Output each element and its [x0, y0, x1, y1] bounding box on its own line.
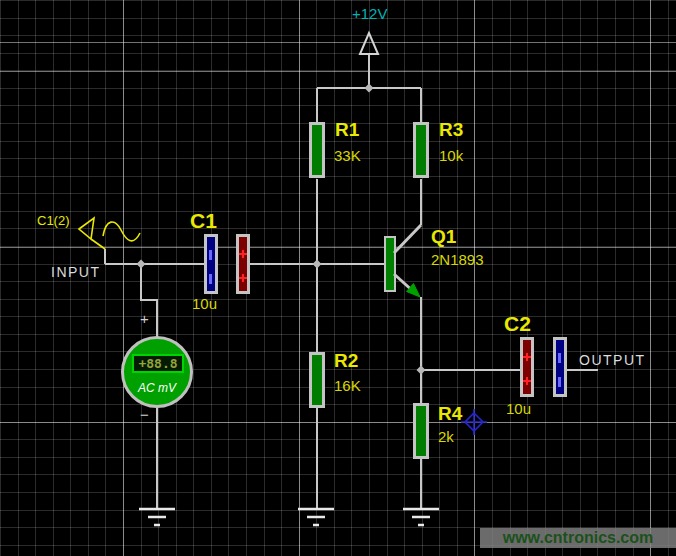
minus-plate-mark-icon: [558, 353, 561, 363]
resistor-r2-name[interactable]: R2: [334, 351, 358, 372]
resistor-r2-body[interactable]: [309, 352, 325, 408]
ac-voltmeter[interactable]: +88.8 AC mV: [121, 336, 193, 408]
resistor-r4-value[interactable]: 2k: [438, 429, 454, 446]
crosshair-icon: [461, 409, 487, 435]
schematic-canvas: +12V C1(2) INPUT OUTPUT R1 33K R3 10k R2…: [0, 0, 676, 556]
capacitor-c2-value[interactable]: 10u: [506, 401, 531, 418]
capacitor-c2-negative-plate[interactable]: [553, 337, 567, 397]
transistor-q1-symbol[interactable]: [385, 225, 421, 297]
resistor-r1-body[interactable]: [309, 122, 325, 178]
input-port-label[interactable]: INPUT: [51, 265, 101, 280]
power-arrow-icon[interactable]: [360, 33, 378, 54]
plus-plate-mark-icon: [523, 377, 531, 385]
resistor-r1-value[interactable]: 33K: [334, 148, 361, 165]
sine-wave-icon: [103, 222, 140, 241]
resistor-r4-name[interactable]: R4: [438, 404, 462, 425]
plus-plate-mark-icon: [523, 353, 531, 361]
resistor-r3-value[interactable]: 10k: [439, 148, 463, 165]
capacitor-c2-positive-plate[interactable]: [520, 337, 534, 397]
plus-plate-mark-icon: [239, 250, 247, 258]
resistor-r1-name[interactable]: R1: [335, 120, 359, 141]
resistor-r4-body[interactable]: [413, 403, 429, 459]
power-rail-label[interactable]: +12V: [352, 6, 387, 23]
probe-icon[interactable]: [79, 218, 105, 249]
capacitor-c1-value[interactable]: 10u: [192, 296, 217, 313]
resistor-r3-name[interactable]: R3: [439, 120, 463, 141]
minus-plate-mark-icon: [209, 250, 212, 260]
minus-plate-mark-icon: [209, 274, 212, 284]
output-port-label[interactable]: OUTPUT: [579, 353, 646, 368]
meter-positive-terminal-label: +: [140, 311, 149, 328]
watermark: www.cntronics.com: [480, 528, 676, 548]
transistor-q1-name[interactable]: Q1: [431, 227, 456, 248]
capacitor-c2-name[interactable]: C2: [504, 312, 531, 335]
meter-negative-terminal-label: −: [140, 407, 149, 424]
plus-plate-mark-icon: [239, 274, 247, 282]
resistor-r3-body[interactable]: [413, 122, 429, 178]
ground-icon[interactable]: [139, 509, 439, 525]
meter-unit-label: AC mV: [124, 381, 190, 395]
meter-display: +88.8: [132, 354, 184, 373]
minus-plate-mark-icon: [558, 377, 561, 387]
capacitor-c1-positive-plate[interactable]: [236, 234, 250, 294]
resistor-r2-value[interactable]: 16K: [334, 378, 361, 395]
transistor-q1-value[interactable]: 2N1893: [431, 252, 484, 269]
capacitor-c1-name[interactable]: C1: [190, 209, 217, 232]
probe-label[interactable]: C1(2): [37, 214, 70, 228]
capacitor-c1-negative-plate[interactable]: [204, 234, 218, 294]
junction-dot: [137, 84, 426, 375]
wire-layer: [0, 0, 676, 556]
